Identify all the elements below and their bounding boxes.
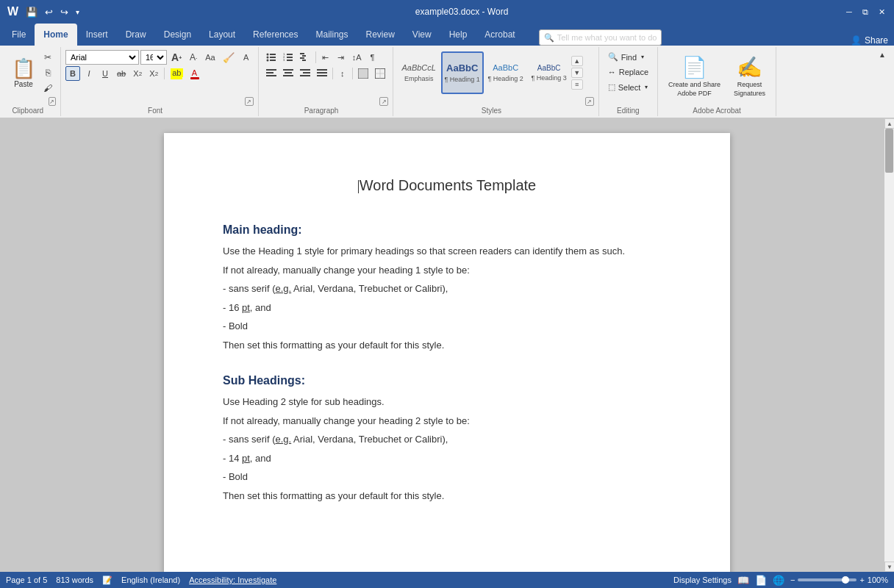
- style-emphasis[interactable]: AaBbCcL Emphasis: [398, 51, 440, 94]
- read-mode-icon[interactable]: 📖: [737, 575, 749, 586]
- status-bar: Page 1 of 5 813 words 📝 English (Ireland…: [0, 572, 894, 588]
- justify-button[interactable]: [314, 66, 330, 81]
- print-layout-icon[interactable]: 📄: [755, 575, 767, 586]
- tab-references[interactable]: References: [244, 24, 307, 46]
- replace-button[interactable]: ↔ Replace: [604, 65, 653, 79]
- italic-button[interactable]: I: [82, 66, 96, 81]
- tab-view[interactable]: View: [404, 24, 440, 46]
- document-scroll-area[interactable]: Word Documents Template Main heading: Us…: [0, 118, 894, 572]
- select-button[interactable]: ⬚ Select ▾: [604, 80, 653, 94]
- borders-button[interactable]: [372, 66, 388, 81]
- numbering-button[interactable]: 1.2.3.: [280, 50, 296, 65]
- clear-format-button[interactable]: 🧹: [220, 50, 237, 65]
- sort-button[interactable]: ↕A: [349, 50, 365, 65]
- bullets-button[interactable]: [263, 50, 279, 65]
- ribbon-collapse-button[interactable]: ▲: [875, 49, 890, 60]
- minimize-button[interactable]: ─: [843, 5, 856, 18]
- clipboard-label: Clipboard: [7, 105, 49, 116]
- find-button[interactable]: 🔍 Find ▾: [604, 50, 648, 64]
- font-label: Font: [65, 105, 245, 116]
- undo-quick-btn[interactable]: ↩: [43, 5, 54, 19]
- style-heading1[interactable]: AaBbC ¶ Heading 1: [441, 51, 484, 94]
- select-dropdown[interactable]: ▾: [645, 84, 648, 90]
- web-layout-icon[interactable]: 🌐: [773, 575, 784, 586]
- strikethrough-button[interactable]: ab: [114, 66, 129, 81]
- increase-indent-button[interactable]: ⇥: [334, 50, 348, 65]
- format-painter-button[interactable]: 🖌: [40, 81, 56, 96]
- decrease-font-button[interactable]: A-: [186, 50, 201, 65]
- tab-mailings[interactable]: Mailings: [307, 24, 357, 46]
- tab-help[interactable]: Help: [440, 24, 476, 46]
- language-indicator[interactable]: English (Ireland): [121, 576, 180, 584]
- select-label: Select: [618, 83, 641, 92]
- line-spacing-button[interactable]: ↕: [335, 66, 350, 81]
- tab-home[interactable]: Home: [35, 24, 76, 46]
- paste-label: Paste: [14, 80, 33, 88]
- redo-quick-btn[interactable]: ↪: [59, 5, 70, 19]
- styles-launcher[interactable]: ↗: [585, 97, 594, 106]
- help-search[interactable]: 🔍 Tell me what you want to do: [539, 29, 662, 46]
- tab-insert[interactable]: Insert: [77, 24, 117, 46]
- clipboard-launcher[interactable]: ↗: [49, 97, 56, 106]
- align-center-button[interactable]: [280, 66, 296, 81]
- tab-design[interactable]: Design: [155, 24, 200, 46]
- select-icon: ⬚: [608, 82, 615, 92]
- display-settings-button[interactable]: Display Settings: [673, 576, 732, 584]
- font-launcher[interactable]: ↗: [245, 97, 254, 106]
- accessibility-indicator[interactable]: Accessibility: Investigate: [189, 576, 276, 584]
- share-button[interactable]: Share: [865, 35, 888, 46]
- decrease-indent-button[interactable]: ⇤: [318, 50, 333, 65]
- scroll-up-button[interactable]: ▲: [884, 118, 894, 129]
- text-effects-button[interactable]: A: [239, 50, 254, 65]
- document-title: Word Documents Template: [223, 177, 671, 194]
- shading-button[interactable]: [355, 66, 371, 81]
- zoom-in-button[interactable]: +: [859, 576, 864, 584]
- heading-main: Main heading:: [223, 223, 671, 237]
- styles-expand[interactable]: ≡: [571, 79, 583, 90]
- svg-rect-5: [270, 60, 276, 61]
- zoom-out-button[interactable]: −: [790, 576, 795, 584]
- styles-scroll-up[interactable]: ▲: [571, 56, 583, 66]
- tab-review[interactable]: Review: [357, 24, 404, 46]
- font-family-select[interactable]: Arial: [65, 50, 139, 65]
- align-right-button[interactable]: [297, 66, 313, 81]
- quick-access-dropdown[interactable]: ▾: [74, 7, 81, 18]
- style-heading2[interactable]: AaBbC ¶ Heading 2: [484, 51, 527, 94]
- increase-font-button[interactable]: A+: [168, 50, 185, 65]
- font-color-button[interactable]: A: [187, 66, 202, 81]
- cut-button[interactable]: ✂: [40, 50, 56, 65]
- restore-button[interactable]: ⧉: [859, 5, 872, 18]
- align-left-button[interactable]: [263, 66, 279, 81]
- style-heading3[interactable]: AaBbC ¶ Heading 3: [528, 51, 571, 94]
- request-signatures-button[interactable]: ✍️ RequestSignatures: [728, 52, 771, 101]
- tab-file[interactable]: File: [3, 24, 35, 46]
- tab-layout[interactable]: Layout: [200, 24, 244, 46]
- zoom-slider[interactable]: [798, 578, 857, 581]
- highlight-button[interactable]: ab: [168, 66, 185, 81]
- tab-acrobat[interactable]: Acrobat: [476, 24, 523, 46]
- svg-rect-17: [266, 72, 273, 74]
- font-size-select[interactable]: 16: [140, 50, 167, 65]
- subscript-button[interactable]: X2: [130, 66, 145, 81]
- bold-button[interactable]: B: [65, 66, 80, 81]
- paste-button[interactable]: 📋 Paste: [7, 56, 40, 90]
- multilevel-list-button[interactable]: [297, 50, 313, 65]
- copy-button[interactable]: ⎘: [40, 65, 56, 80]
- create-share-pdf-button[interactable]: 📄 Create and ShareAdobe PDF: [662, 52, 726, 101]
- superscript-button[interactable]: X2: [146, 66, 161, 81]
- para-3: - sans serif (e.g. Arial, Verdana, Trebu…: [223, 282, 671, 296]
- tab-draw[interactable]: Draw: [117, 24, 155, 46]
- change-case-button[interactable]: Aa: [202, 50, 218, 65]
- font-controls: Arial 16 A+ A- Aa 🧹 A B I U ab X2 X2: [65, 49, 254, 97]
- paragraph-launcher[interactable]: ↗: [379, 97, 387, 106]
- underline-button[interactable]: U: [98, 66, 112, 81]
- scroll-track[interactable]: [884, 129, 894, 562]
- zoom-level[interactable]: 100%: [868, 576, 888, 584]
- styles-scroll-down[interactable]: ▼: [571, 68, 583, 78]
- find-dropdown[interactable]: ▾: [641, 54, 644, 60]
- save-quick-btn[interactable]: 💾: [24, 5, 39, 19]
- close-button[interactable]: ✕: [875, 5, 888, 18]
- scroll-down-button[interactable]: ▼: [884, 562, 894, 572]
- show-marks-button[interactable]: ¶: [365, 50, 380, 65]
- paragraph-group: 1.2.3. ⇤ ⇥ ↕A ¶: [259, 47, 393, 116]
